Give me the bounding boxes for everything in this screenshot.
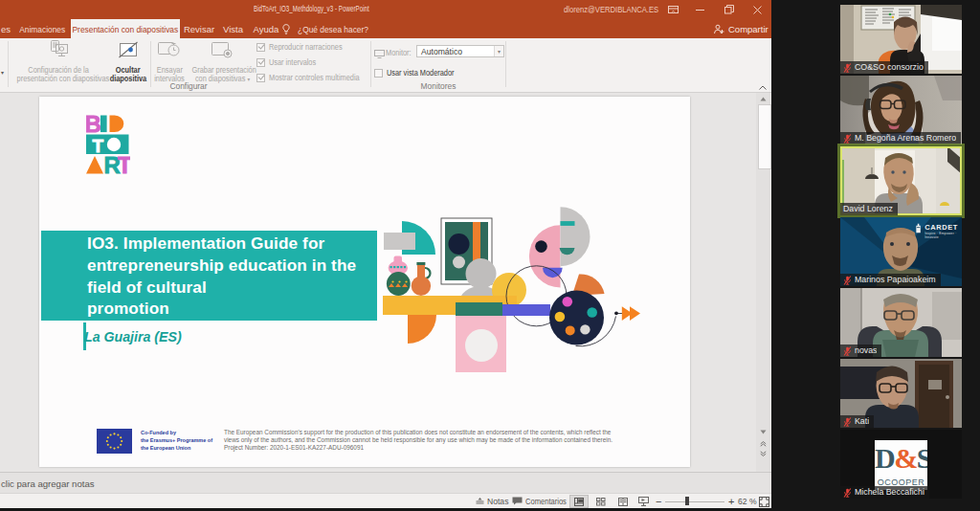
comments-toggle[interactable]: Comentarios <box>512 494 572 508</box>
restore-button[interactable] <box>715 0 744 19</box>
lightbulb-icon <box>282 24 290 34</box>
title-banner: IO3. Implementation Guide for entreprene… <box>41 231 377 321</box>
notes-icon <box>476 497 484 505</box>
hide-slide-button[interactable]: Ocultardiapositiva <box>107 39 149 83</box>
participant-tile-david[interactable]: David Lorenz <box>840 146 962 215</box>
slideshow-view-button[interactable] <box>634 495 653 508</box>
close-button[interactable] <box>743 0 771 19</box>
next-slide-icon <box>756 448 770 459</box>
comments-icon <box>512 497 523 505</box>
participant-tile-begona[interactable]: M. Begoña Arenas Romero <box>840 76 962 144</box>
record-slideshow-button[interactable]: Grabar presentacióncon diapositivas ▾ <box>188 39 256 84</box>
title-line-1: IO3. Implementation Guide for <box>87 233 356 255</box>
participant-tile-coso[interactable]: CO&SO consorzio <box>840 5 962 74</box>
zoom-slider-handle[interactable] <box>685 497 689 505</box>
svg-text:T: T <box>118 152 130 174</box>
zoom-slider-track[interactable] <box>665 501 724 502</box>
cardet-logo: CARDET Inspire · Empower · Innovate <box>915 222 962 239</box>
tab-animaciones[interactable]: Animaciones <box>13 19 71 38</box>
zoom-level[interactable]: 62 % <box>738 494 757 508</box>
share-person-icon <box>713 24 724 34</box>
muted-mic-icon <box>843 417 852 427</box>
slide-sorter-icon <box>596 498 606 506</box>
setup-slideshow-button[interactable]: Configuración de lapresentación con diap… <box>11 39 107 83</box>
monitor-dropdown[interactable]: Automático ▾ <box>416 45 504 57</box>
monitor-icon <box>374 49 385 58</box>
normal-view-button[interactable] <box>569 495 589 508</box>
fit-slide-icon <box>759 497 769 507</box>
participant-tile-kati[interactable]: Kati <box>840 359 962 428</box>
cofunded-text: Co-Funded by the Erasmus+ Programme of t… <box>141 430 212 453</box>
zoom-in-button[interactable]: + <box>728 494 734 508</box>
title-line-3: field of cultural <box>87 277 356 299</box>
muted-mic-icon <box>843 134 852 144</box>
powerpoint-window: BidToArt_IO3_Methdology_v3 - PowerPoint … <box>0 0 771 508</box>
setup-slideshow-icon <box>47 39 72 62</box>
participant-name-label: Marinos Papaioakeim <box>840 274 941 286</box>
ribbon: ▾ Configuración de lapresentación con di… <box>0 38 771 93</box>
participant-name-label: Kati <box>840 415 874 428</box>
scroll-down-icon <box>756 426 770 437</box>
zoom-out-button[interactable]: − <box>656 494 661 508</box>
ribbon-tab-row: es Animaciones Presentación con diaposit… <box>0 19 771 38</box>
scroll-up-icon <box>756 93 770 104</box>
title-line-2: entrepreneurship education in the <box>87 255 356 277</box>
account-name: dlorenz@VERDIBLANCA.ES <box>564 5 669 14</box>
participant-name-label: David Lorenz <box>840 203 898 215</box>
svg-text:B: B <box>86 114 101 137</box>
record-slideshow-icon <box>210 39 234 62</box>
check-usar-intervalos[interactable]: Usar intervalos <box>256 57 323 67</box>
participant-name-label: CO&SO consorzio <box>840 61 928 74</box>
normal-view-icon <box>574 498 584 506</box>
minimize-button[interactable] <box>686 0 715 19</box>
tab-ayuda[interactable]: Ayuda <box>248 19 284 38</box>
tab-vista[interactable]: Vista <box>218 19 248 38</box>
check-mostrar-controles[interactable]: Mostrar controles multimedia <box>256 73 372 82</box>
screen: BidToArt_IO3_Methdology_v3 - PowerPoint … <box>0 0 980 511</box>
slide-canvas: B T R T IO3. Implementation Guide for en… <box>0 93 771 472</box>
participant-tile-novas[interactable]: novas <box>840 288 962 357</box>
participant-name-label: novas <box>840 344 881 357</box>
ds-logo-text: D&S <box>875 442 927 474</box>
group-label-configurar: Configurar <box>134 81 243 91</box>
video-participants-strip: CO&SO consorzio <box>771 0 980 511</box>
participant-name-label: Michela Beccafichi <box>840 486 929 499</box>
title-line-4: promotion <box>87 298 356 320</box>
window-title: BidToArt_IO3_Methdology_v3 - PowerPoint <box>254 4 414 13</box>
participant-name-label: M. Begoña Arenas Romero <box>840 132 961 144</box>
tab-tell-me[interactable]: ¿Qué desea hacer? <box>285 19 369 38</box>
rehearse-timings-button[interactable]: Ensayarintervalos <box>151 39 188 83</box>
check-usar-vista-moderador[interactable]: Usar vista Moderador <box>374 68 463 78</box>
reading-view-button[interactable] <box>613 495 633 508</box>
ribbon-display-options-icon[interactable] <box>658 0 687 19</box>
scrollbar-thumb[interactable] <box>758 104 771 169</box>
cutoff-dropdown-arrow[interactable]: ▾ <box>1 69 4 76</box>
participant-tile-michela[interactable]: D&S OCOOPER Michela Beccafichi <box>840 430 962 499</box>
vertical-scrollbar[interactable] <box>756 93 770 472</box>
muted-mic-icon <box>843 346 852 356</box>
status-bar: Notas Comentarios − + 62 % <box>0 493 771 508</box>
slide-subtitle: La Guajira (ES) <box>84 329 182 344</box>
ds-logo: D&S OCOOPER <box>875 440 927 490</box>
disclaimer-text: The European Commission's support for th… <box>224 429 612 451</box>
group-label-monitores: Monitores <box>384 81 493 91</box>
participant-tile-marinos[interactable]: CARDET Inspire · Empower · Innovate Mari… <box>840 217 962 286</box>
rehearse-timings-icon <box>157 39 182 62</box>
slide-sorter-view-button[interactable] <box>591 495 611 508</box>
decorative-artwork <box>378 201 651 375</box>
title-bar: BidToArt_IO3_Methdology_v3 - PowerPoint … <box>0 0 771 19</box>
tab-revisar[interactable]: Revisar <box>180 19 218 38</box>
notes-toggle[interactable]: Notas <box>476 494 508 508</box>
check-reproducir-narraciones[interactable]: Reproducir narraciones <box>256 42 352 52</box>
notes-pane[interactable]: clic para agregar notas <box>0 472 771 494</box>
monitor-label: Monitor: <box>386 48 414 57</box>
share-button[interactable]: Compartir <box>713 19 768 38</box>
collapse-ribbon-icon[interactable] <box>759 83 767 92</box>
eu-flag <box>97 429 132 454</box>
hide-slide-icon <box>117 39 140 62</box>
muted-mic-icon <box>843 63 852 73</box>
fit-slide-to-window-button[interactable] <box>756 495 771 508</box>
slide[interactable]: B T R T IO3. Implementation Guide for en… <box>39 97 690 467</box>
tab-presentacion-con-diapositivas[interactable]: Presentación con diapositivas <box>71 19 180 38</box>
muted-mic-icon <box>843 488 852 498</box>
